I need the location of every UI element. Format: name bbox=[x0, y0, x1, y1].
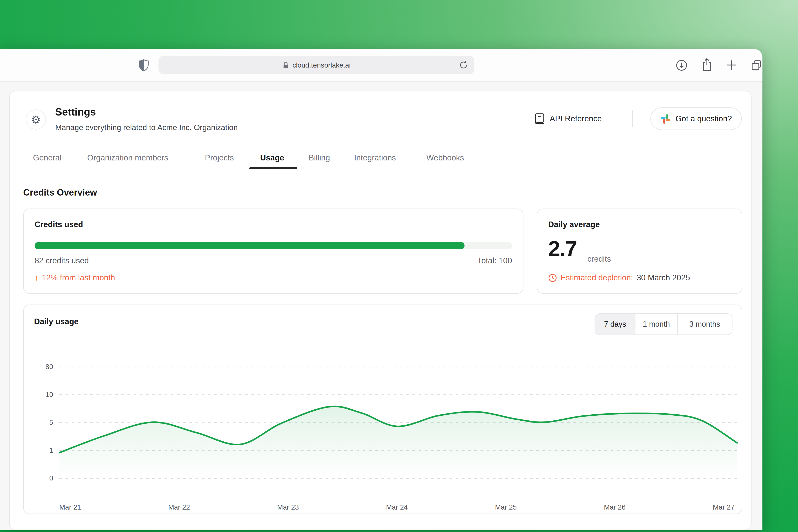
xtick-mar-27: Mar 27 bbox=[705, 503, 742, 511]
share-icon[interactable] bbox=[700, 57, 714, 72]
clock-icon bbox=[548, 273, 557, 282]
active-tab-underline bbox=[249, 167, 297, 169]
shield-icon[interactable] bbox=[137, 58, 150, 72]
credits-change-label: 12% from last month bbox=[42, 273, 115, 282]
credits-total-label: Total: 100 bbox=[440, 256, 512, 265]
refresh-icon[interactable] bbox=[459, 60, 468, 72]
settings-gear-icon: ⚙ bbox=[26, 110, 46, 130]
xtick-mar-21: Mar 21 bbox=[52, 503, 88, 511]
depletion-row: Estimated depletion: 30 March 2025 bbox=[548, 273, 690, 282]
xtick-mar-26: Mar 26 bbox=[596, 503, 633, 511]
arrow-up-icon: ↑ bbox=[35, 273, 38, 282]
slack-icon bbox=[660, 113, 671, 124]
tab-projects[interactable]: Projects bbox=[205, 153, 234, 163]
xtick-mar-23: Mar 23 bbox=[270, 503, 306, 511]
tab-general[interactable]: General bbox=[33, 153, 61, 163]
credits-progress-fill bbox=[35, 242, 464, 249]
tab-webhooks[interactable]: Webhooks bbox=[426, 153, 464, 163]
daily-average-value: 2.7 bbox=[548, 236, 577, 261]
tab-billing[interactable]: Billing bbox=[309, 153, 330, 163]
ytick-0: 0 bbox=[33, 474, 53, 482]
ytick-80: 80 bbox=[33, 363, 53, 370]
page-title: Settings bbox=[55, 107, 96, 118]
api-reference-link[interactable]: API Reference bbox=[534, 112, 602, 125]
screen: cloud.tensorlake.ai ⚙ Setting bbox=[0, 0, 798, 532]
chart-area-fill bbox=[59, 406, 737, 478]
tab-usage[interactable]: Usage bbox=[260, 153, 284, 163]
api-reference-label: API Reference bbox=[550, 114, 602, 124]
download-icon[interactable] bbox=[674, 58, 688, 72]
credits-used-label: 82 credits used bbox=[35, 256, 89, 265]
daily-usage-chart bbox=[23, 304, 742, 514]
header-divider bbox=[632, 111, 633, 127]
ytick-5: 5 bbox=[33, 419, 53, 426]
page-subtitle: Manage everything related to Acme Inc. O… bbox=[55, 123, 238, 132]
credits-used-title: Credits used bbox=[35, 220, 83, 229]
depletion-label: Estimated depletion: bbox=[560, 273, 633, 282]
ytick-10: 10 bbox=[33, 391, 53, 398]
tab-bar-border bbox=[10, 169, 752, 169]
ytick-1: 1 bbox=[33, 446, 53, 454]
section-title: Credits Overview bbox=[23, 187, 97, 198]
depletion-date: 30 March 2025 bbox=[637, 273, 690, 282]
lock-icon bbox=[282, 61, 289, 69]
credits-change-row: ↑ 12% from last month bbox=[35, 273, 115, 282]
xtick-mar-22: Mar 22 bbox=[161, 503, 197, 511]
book-icon bbox=[534, 112, 545, 125]
xtick-mar-24: Mar 24 bbox=[379, 503, 415, 511]
bottom-edge bbox=[0, 530, 798, 532]
xtick-mar-25: Mar 25 bbox=[488, 503, 524, 511]
daily-average-unit: credits bbox=[588, 254, 611, 264]
got-a-question-label: Got a question? bbox=[676, 114, 732, 124]
url-text: cloud.tensorlake.ai bbox=[292, 61, 351, 69]
address-bar[interactable]: cloud.tensorlake.ai bbox=[158, 56, 474, 74]
credits-progress-track bbox=[35, 242, 512, 249]
tab-organization-members[interactable]: Organization members bbox=[87, 153, 168, 163]
got-a-question-button[interactable]: Got a question? bbox=[650, 108, 742, 130]
tab-overview-icon[interactable] bbox=[749, 58, 763, 72]
new-tab-icon[interactable] bbox=[725, 58, 738, 72]
tab-integrations[interactable]: Integrations bbox=[354, 153, 396, 163]
daily-average-title: Daily average bbox=[548, 220, 600, 229]
